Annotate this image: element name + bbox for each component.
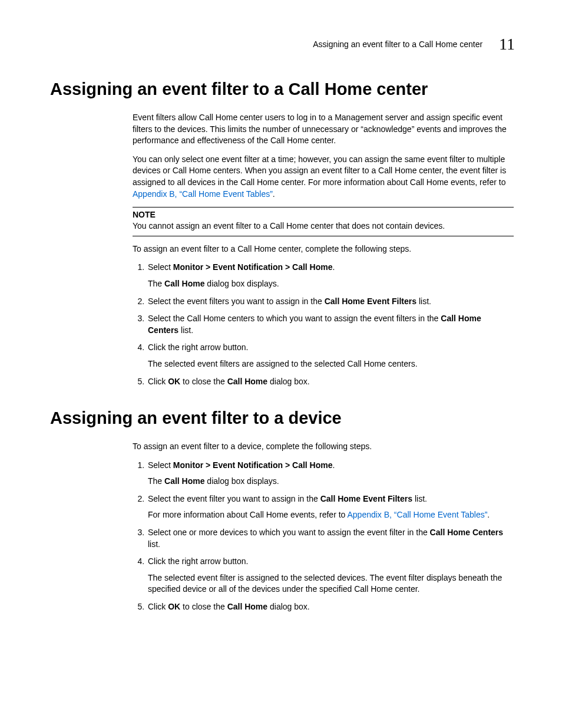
menu-path: Monitor > Event Notification > Call Home <box>173 262 333 272</box>
step-item: Click the right arrow button. The select… <box>147 342 514 370</box>
step-substep: The Call Home dialog box displays. <box>148 476 514 487</box>
cross-reference-link[interactable]: Appendix B, “Call Home Event Tables” <box>347 510 487 519</box>
paragraph: Event filters allow Call Home center use… <box>133 112 514 147</box>
note-label: NOTE <box>133 210 514 219</box>
step-list: Select Monitor > Event Notification > Ca… <box>133 262 514 387</box>
step-item: Select Monitor > Event Notification > Ca… <box>147 460 514 487</box>
note-block: NOTE You cannot assign an event filter t… <box>133 207 514 236</box>
section-heading: Assigning an event filter to a Call Home… <box>50 80 515 99</box>
step-item: Select Monitor > Event Notification > Ca… <box>147 262 514 289</box>
cross-reference-link[interactable]: Appendix B, “Call Home Event Tables” <box>133 189 273 199</box>
section-body: To assign an event filter to a device, c… <box>133 441 514 613</box>
step-item: Select the event filters you want to ass… <box>147 296 514 308</box>
paragraph: To assign an event filter to a device, c… <box>133 441 514 453</box>
step-substep: The selected event filters are assigned … <box>148 358 514 370</box>
running-header-title: Assigning an event filter to a Call Home… <box>313 39 482 49</box>
step-item: Select one or more devices to which you … <box>147 527 514 550</box>
note-text: You cannot assign an event filter to a C… <box>133 220 514 232</box>
step-item: Click OK to close the Call Home dialog b… <box>147 376 514 388</box>
page-number: 11 <box>499 35 515 54</box>
menu-path: Monitor > Event Notification > Call Home <box>173 460 333 470</box>
step-substep: The selected event filter is assigned to… <box>148 572 514 595</box>
section-heading: Assigning an event filter to a device <box>50 409 515 428</box>
step-list: Select Monitor > Event Notification > Ca… <box>133 460 514 613</box>
step-item: Select the event filter you want to assi… <box>147 493 514 521</box>
paragraph: You can only select one event filter at … <box>133 154 514 200</box>
step-item: Click the right arrow button. The select… <box>147 556 514 595</box>
section-body: Event filters allow Call Home center use… <box>133 112 514 387</box>
page-header: Assigning an event filter to a Call Home… <box>50 32 515 51</box>
paragraph: To assign an event filter to a Call Home… <box>133 243 514 255</box>
step-item: Select the Call Home centers to which yo… <box>147 313 514 336</box>
step-item: Click OK to close the Call Home dialog b… <box>147 601 514 613</box>
step-substep: The Call Home dialog box displays. <box>148 278 514 290</box>
document-page: Assigning an event filter to a Call Home… <box>0 0 562 728</box>
step-substep: For more information about Call Home eve… <box>148 509 514 521</box>
